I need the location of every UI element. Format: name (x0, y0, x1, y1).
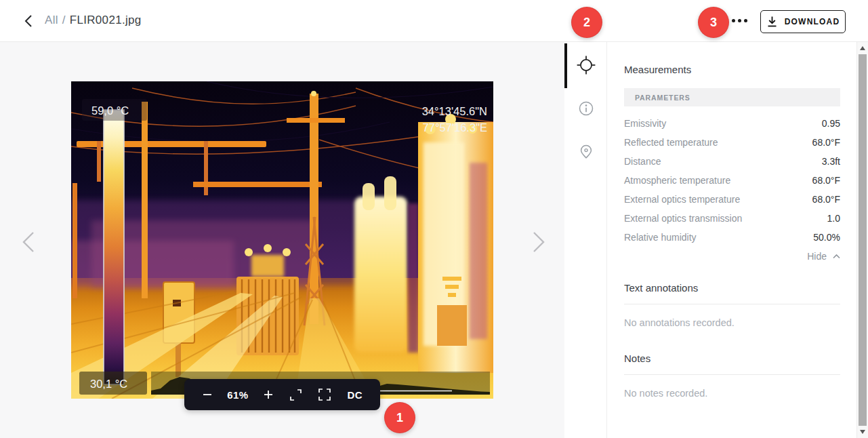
minus-icon (202, 389, 213, 400)
zoom-level: 61% (227, 389, 248, 401)
thermal-image[interactable]: 59,0 °C 30,1 °C 34°13'45.6"N 77°57'16.3"… (71, 81, 493, 399)
crosshair-icon (576, 55, 596, 75)
dc-mode-button[interactable]: DC (346, 388, 363, 402)
scrollbar-thumb[interactable] (859, 54, 867, 426)
measurements-tab[interactable] (575, 54, 597, 76)
parameters-header: PARAMETERS (624, 88, 840, 106)
gps-longitude: 77°57'16.3"E (423, 121, 487, 134)
previous-image-button[interactable] (16, 229, 41, 256)
gps-latitude: 34°13'45.6"N (422, 105, 487, 117)
parameter-row-emissivity: Emissivity 0.95 (624, 114, 840, 133)
more-options-button[interactable] (728, 9, 751, 31)
next-image-button[interactable] (526, 229, 551, 256)
fullscreen-button[interactable] (316, 386, 333, 403)
breadcrumb-filename: FLIR0021.jpg (70, 14, 142, 26)
info-tab[interactable] (575, 98, 597, 119)
parameter-row-distance: Distance 3.3ft (624, 152, 840, 171)
fit-view-icon (289, 389, 302, 401)
notes-divider (624, 374, 840, 375)
image-viewer: 59,0 °C 30,1 °C 34°13'45.6"N 77°57'16.3"… (0, 42, 564, 438)
breadcrumb: All/FLIR0021.jpg (45, 14, 142, 27)
fullscreen-icon (318, 388, 331, 401)
plus-icon (263, 389, 274, 400)
location-tab[interactable] (575, 140, 597, 162)
text-annotations-title: Text annotations (624, 282, 840, 294)
scroll-up-button[interactable] (857, 43, 868, 54)
parameter-row-reflected-temperature: Reflected temperature 68.0°F (624, 133, 840, 152)
parameter-row-atmospheric-temperature: Atmospheric temperature 68.0°F (624, 171, 840, 190)
parameter-row-external-optics-temperature: External optics temperature 68.0°F (624, 190, 840, 209)
download-label: DOWNLOAD (785, 17, 840, 26)
scale-min-label: 30,1 °C (90, 378, 127, 390)
parameter-row-external-optics-transmission: External optics transmission 1.0 (624, 209, 840, 228)
notes-title: Notes (624, 353, 840, 364)
breadcrumb-separator: / (58, 14, 70, 26)
triangle-down-icon (860, 430, 865, 434)
ellipsis-icon (732, 19, 735, 22)
info-icon (577, 99, 596, 118)
scale-max-label: 59,0 °C (91, 104, 129, 117)
notes-empty-text: No notes recorded. (624, 388, 840, 399)
measurements-panel: Measurements PARAMETERS Emissivity 0.95 … (607, 42, 856, 438)
parameter-row-relative-humidity: Relative humidity 50.0% (624, 228, 840, 247)
breadcrumb-all[interactable]: All (45, 14, 58, 26)
triangle-up-icon (860, 46, 865, 50)
zoom-toolbar: 61% (184, 379, 380, 410)
parameters-list: Emissivity 0.95 Reflected temperature 68… (624, 114, 840, 247)
hide-parameters-link[interactable]: Hide (624, 247, 840, 266)
annotations-empty-text: No annotations recorded. (624, 317, 840, 328)
download-icon (766, 16, 778, 28)
panel-scrollbar[interactable] (856, 42, 868, 438)
location-pin-icon (577, 142, 596, 161)
callout-badge-3: 3 (698, 7, 729, 38)
active-tab-indicator (564, 43, 567, 88)
callout-badge-1: 1 (384, 402, 415, 433)
flir-image-viewer: All/FLIR0021.jpg DOWNLOAD (0, 0, 868, 438)
callout-badge-2: 2 (571, 7, 602, 38)
tool-sidebar (564, 42, 607, 438)
download-button[interactable]: DOWNLOAD (760, 10, 846, 33)
panel-title: Measurements (624, 64, 840, 75)
annotations-divider (624, 304, 840, 304)
zoom-in-button[interactable] (262, 388, 275, 401)
zoom-out-button[interactable] (201, 388, 214, 401)
main-area: 59,0 °C 30,1 °C 34°13'45.6"N 77°57'16.3"… (0, 42, 868, 438)
top-bar: All/FLIR0021.jpg DOWNLOAD (0, 0, 868, 42)
fit-to-view-button[interactable] (288, 387, 304, 403)
back-button[interactable] (20, 14, 37, 29)
chevron-up-icon (833, 254, 840, 259)
chevron-left-icon (24, 14, 33, 28)
scroll-down-button[interactable] (857, 426, 868, 437)
